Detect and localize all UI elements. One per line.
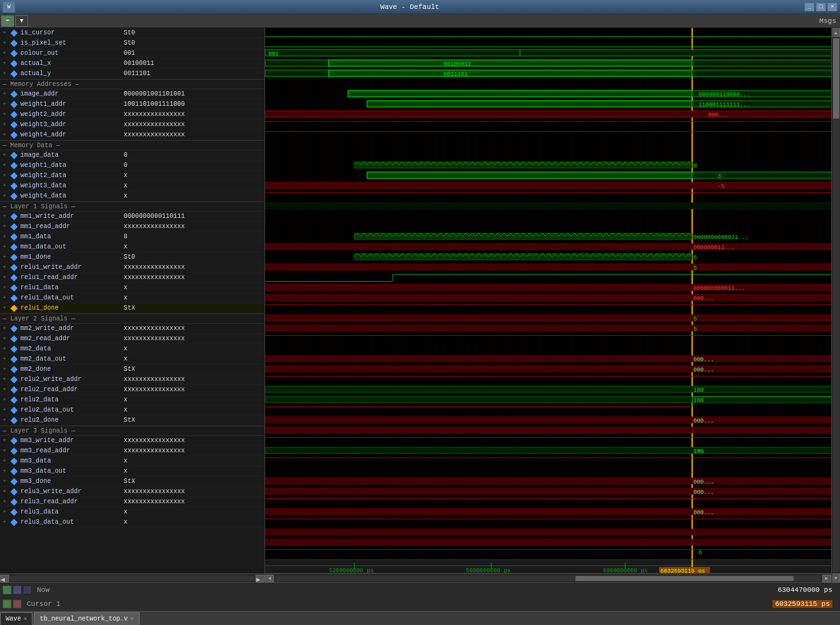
signal-row-mm1-write-addr[interactable]: + mm1_write_addr 0000000000110111: [0, 212, 264, 222]
expand-icon[interactable]: +: [0, 487, 9, 497]
signal-row-mm3-read-addr[interactable]: + mm3_read_addr xxxxxxxxxxxxxxxx: [0, 446, 264, 456]
signal-row-relu1-data-out[interactable]: + relu1_data_out x: [0, 293, 264, 303]
signal-row-weight1-data[interactable]: + weight1_data 0: [0, 161, 264, 171]
expand-icon[interactable]: +: [0, 150, 9, 161]
expand-icon[interactable]: +: [0, 344, 9, 354]
vscroll-track[interactable]: [833, 38, 839, 572]
signal-row-mm2-data[interactable]: + mm2_data x: [0, 344, 264, 354]
expand-icon[interactable]: +: [0, 28, 9, 38]
expand-icon[interactable]: +: [0, 507, 9, 517]
expand-icon[interactable]: +: [0, 405, 9, 415]
expand-icon[interactable]: +: [0, 395, 9, 405]
signal-row-relu3-data-out[interactable]: + relu3_data_out x: [0, 517, 264, 528]
expand-icon[interactable]: +: [0, 69, 9, 79]
hscroll-track[interactable]: [275, 576, 821, 581]
signal-row-is-cursor[interactable]: + is_cursor St0: [0, 28, 264, 38]
expand-icon[interactable]: +: [0, 354, 9, 364]
signal-row-weight2-data[interactable]: + weight2_data x: [0, 171, 264, 181]
expand-icon[interactable]: +: [0, 364, 9, 375]
expand-icon[interactable]: +: [0, 324, 9, 334]
toolbar-icon-1[interactable]: ⬅: [1, 15, 14, 27]
vscroll-down[interactable]: ▼: [832, 573, 840, 582]
signal-row-colour-out[interactable]: + colour_out 001: [0, 48, 264, 59]
signal-row-mm3-write-addr[interactable]: + mm3_write_addr xxxxxxxxxxxxxxxx: [0, 436, 264, 446]
expand-icon[interactable]: +: [0, 293, 9, 303]
expand-icon[interactable]: +: [0, 456, 9, 466]
expand-icon[interactable]: +: [0, 446, 9, 456]
waveform-hscroll[interactable]: ◀ ▶: [265, 573, 831, 582]
minimize-button[interactable]: _: [804, 3, 815, 11]
signal-row-relu3-data[interactable]: + relu3_data x: [0, 507, 264, 517]
signal-row-relu2-read-addr[interactable]: + relu2_read_addr xxxxxxxxxxxxxxxx: [0, 385, 264, 395]
expand-icon[interactable]: +: [0, 283, 9, 293]
expand-icon[interactable]: +: [0, 191, 9, 201]
scroll-left-btn[interactable]: ◀: [0, 575, 9, 582]
signal-row-relu1-write-addr[interactable]: + relu1_write_addr xxxxxxxxxxxxxxxx: [0, 262, 264, 273]
expand-icon[interactable]: +: [0, 120, 9, 130]
expand-icon[interactable]: +: [0, 130, 9, 140]
expand-icon[interactable]: +: [0, 497, 9, 507]
signal-row-mm2-done[interactable]: + mm2_done StX: [0, 364, 264, 375]
signal-row-image-addr[interactable]: + image_addr 0000001001101001: [0, 89, 264, 99]
right-vscroll[interactable]: ▲ ▼: [831, 28, 840, 582]
signal-row-weight3-data[interactable]: + weight3_data x: [0, 181, 264, 191]
expand-icon[interactable]: +: [0, 477, 9, 487]
signal-row-weight1-addr[interactable]: + weight1_addr 1001101001111000: [0, 99, 264, 110]
expand-icon[interactable]: +: [0, 252, 9, 262]
expand-icon[interactable]: +: [0, 436, 9, 446]
signal-row-mm1-done[interactable]: + mm1_done St0: [0, 252, 264, 262]
tab-wave-close[interactable]: ×: [24, 616, 27, 622]
signal-row-relu1-done[interactable]: + relu1_done StX: [0, 303, 264, 313]
signal-row-mm2-data-out[interactable]: + mm2_data_out x: [0, 354, 264, 364]
expand-icon[interactable]: +: [0, 303, 9, 313]
left-hscroll[interactable]: ◀ ▶: [0, 573, 264, 582]
close-button[interactable]: ×: [827, 3, 837, 11]
expand-icon[interactable]: +: [0, 212, 9, 222]
tab-wave[interactable]: Wave ×: [0, 612, 33, 625]
expand-icon[interactable]: +: [0, 232, 9, 242]
expand-icon[interactable]: +: [0, 59, 9, 69]
expand-icon[interactable]: +: [0, 334, 9, 344]
signal-row-relu3-write-addr[interactable]: + relu3_write_addr xxxxxxxxxxxxxxxx: [0, 487, 264, 497]
signal-row-mm1-read-addr[interactable]: + mm1_read_addr xxxxxxxxxxxxxxxx: [0, 222, 264, 232]
signal-row-mm3-data-out[interactable]: + mm3_data_out x: [0, 466, 264, 477]
expand-icon[interactable]: +: [0, 262, 9, 273]
maximize-button[interactable]: □: [816, 3, 826, 11]
tab-nn-close[interactable]: ×: [130, 616, 133, 622]
signal-row-relu1-read-addr[interactable]: + relu1_read_addr xxxxxxxxxxxxxxxx: [0, 273, 264, 283]
signal-row-weight3-addr[interactable]: + weight3_addr xxxxxxxxxxxxxxxx: [0, 120, 264, 130]
expand-icon[interactable]: +: [0, 375, 9, 385]
signal-row-relu2-data-out[interactable]: + relu2_data_out x: [0, 405, 264, 415]
expand-icon[interactable]: +: [0, 181, 9, 191]
tab-neural-network[interactable]: tb_neural_network_top.v ×: [34, 612, 139, 625]
signal-row-relu2-data[interactable]: + relu2_data x: [0, 395, 264, 405]
vscroll-up[interactable]: ▲: [832, 28, 840, 37]
toolbar-icon-2[interactable]: ▼: [15, 15, 28, 27]
expand-icon[interactable]: +: [0, 110, 9, 120]
signal-row-is-pixel-set[interactable]: + is_pixel_set St0: [0, 38, 264, 48]
vscroll-thumb[interactable]: [833, 38, 839, 119]
signal-row-relu2-write-addr[interactable]: + relu2_write_addr xxxxxxxxxxxxxxxx: [0, 375, 264, 385]
signal-row-mm2-read-addr[interactable]: + mm2_read_addr xxxxxxxxxxxxxxxx: [0, 334, 264, 344]
waveform-canvas[interactable]: 001 00100011 0011101: [265, 28, 831, 559]
expand-icon[interactable]: +: [0, 385, 9, 395]
expand-icon[interactable]: +: [0, 171, 9, 181]
signal-row-mm3-data[interactable]: + mm3_data x: [0, 456, 264, 466]
expand-icon[interactable]: +: [0, 161, 9, 171]
signal-row-image-data[interactable]: + image_data 0: [0, 150, 264, 161]
signal-row-relu1-data[interactable]: + relu1_data x: [0, 283, 264, 293]
signal-row-actual-x[interactable]: + actual_x 00100011: [0, 59, 264, 69]
expand-icon[interactable]: +: [0, 48, 9, 59]
signal-row-mm2-write-addr[interactable]: + mm2_write_addr xxxxxxxxxxxxxxxx: [0, 324, 264, 334]
signal-row-weight2-addr[interactable]: + weight2_addr xxxxxxxxxxxxxxxx: [0, 110, 264, 120]
hscroll-right[interactable]: ▶: [822, 575, 831, 582]
signal-row-actual-y[interactable]: + actual_y 0011101: [0, 69, 264, 79]
signal-row-mm1-data[interactable]: + mm1_data 8: [0, 232, 264, 242]
expand-icon[interactable]: +: [0, 517, 9, 528]
expand-icon[interactable]: +: [0, 222, 9, 232]
signal-row-mm1-data-out[interactable]: + mm1_data_out x: [0, 242, 264, 252]
scroll-right-btn[interactable]: ▶: [256, 575, 264, 582]
signal-row-weight4-addr[interactable]: + weight4_addr xxxxxxxxxxxxxxxx: [0, 130, 264, 140]
expand-icon[interactable]: +: [0, 242, 9, 252]
signal-row-relu2-done[interactable]: + relu2_done StX: [0, 415, 264, 426]
